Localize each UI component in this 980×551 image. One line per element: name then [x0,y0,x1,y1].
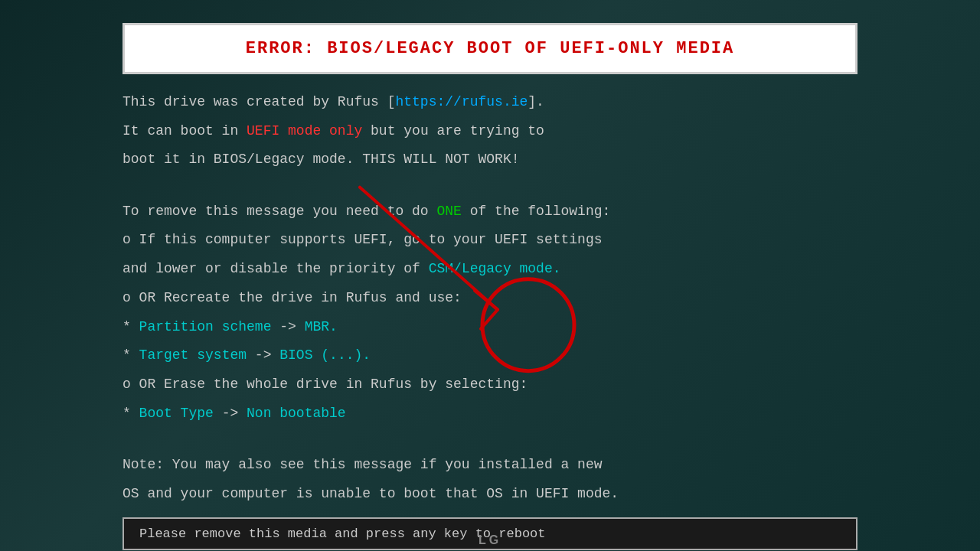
bios-text: BIOS (...). [279,347,371,363]
line9b-text: -> [247,347,279,363]
line2a-text: It can boot in [122,123,247,139]
line10-text: o OR Erase the whole drive in Rufus by s… [122,377,528,392]
line11a-text: * [122,406,139,421]
line1-text: This drive was created by Rufus [ [122,94,395,109]
error-box: ERROR: BIOS/LEGACY BOOT OF UEFI-ONLY MED… [122,23,858,74]
line-partition-scheme: * Partition scheme -> MBR. [122,316,858,339]
line11b-text: -> [214,406,247,421]
line-drive-created: This drive was created by Rufus [https:/… [122,91,858,114]
error-title: ERROR: BIOS/LEGACY BOOT OF UEFI-ONLY MED… [246,39,735,58]
line-will-not-work: boot it in BIOS/Legacy mode. THIS WILL N… [122,148,858,171]
line2b-text: but you are trying to [362,123,544,139]
note1-text: Note: You may also see this message if y… [122,457,603,472]
line6a-text: and lower or disable the priority of [122,261,429,276]
note2-text: OS and your computer is unable to boot t… [122,486,619,501]
line-remove-message: To remove this message you need to do ON… [122,201,858,223]
line7-text: o OR Recreate the drive in Rufus and use… [122,290,462,305]
partition-scheme-label: Partition scheme [139,319,272,334]
boot-type-label: Boot Type [139,406,214,421]
main-text-area: This drive was created by Rufus [https:/… [122,91,858,505]
line-recreate-drive: o OR Recreate the drive in Rufus and use… [122,287,858,310]
lg-logo: LG [479,533,501,547]
non-bootable-text: Non bootable [247,406,346,421]
line-boot-type: * Boot Type -> Non bootable [122,403,858,425]
rufus-link: https://rufus.ie [395,94,528,109]
mbr-text: MBR. [305,319,338,334]
line9a-text: * [122,347,139,363]
line1-end: ]. [528,94,544,109]
line3-text: boot it in BIOS/Legacy mode. THIS WILL N… [122,152,519,167]
line-uefi-settings: o If this computer supports UEFI, go to … [122,229,858,252]
line-uefi-only: It can boot in UEFI mode only but you ar… [122,120,858,143]
monitor-background: ERROR: BIOS/LEGACY BOOT OF UEFI-ONLY MED… [0,0,980,551]
line-lower-csm: and lower or disable the priority of CSM… [122,258,858,281]
line4b-text: of the following: [462,204,610,219]
note-line2: OS and your computer is unable to boot t… [122,483,858,506]
line4a-text: To remove this message you need to do [122,204,436,219]
line5-text: o If this computer supports UEFI, go to … [122,232,603,247]
line-erase-drive: o OR Erase the whole drive in Rufus by s… [122,373,858,396]
line8a-text: * [122,319,139,334]
screen-content: ERROR: BIOS/LEGACY BOOT OF UEFI-ONLY MED… [122,23,858,550]
line8b-text: -> [271,319,304,334]
target-system-label: Target system [139,347,247,363]
uefi-mode-only: UEFI mode only [247,123,362,139]
line-target-system: * Target system -> BIOS (...). [122,344,858,367]
note-line1: Note: You may also see this message if y… [122,454,858,477]
csm-text: CSM/Legacy mode. [429,261,561,276]
one-text: ONE [436,204,461,219]
